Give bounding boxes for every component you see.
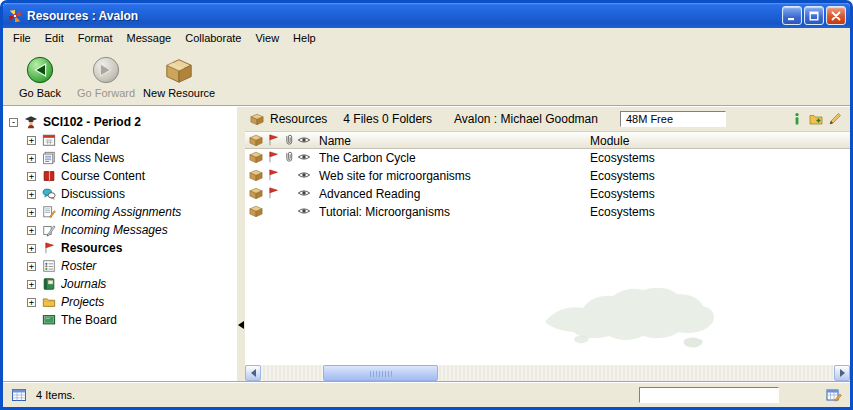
discussions-icon [42,187,56,201]
expand-toggle[interactable]: + [27,226,36,235]
flag-icon [42,241,56,255]
eye-icon [297,186,311,200]
minimize-button[interactable] [782,6,802,25]
file-name: The Carbon Cycle [319,150,585,166]
tree-item-roster[interactable]: +Roster [3,257,237,275]
tree-item-resources[interactable]: +Resources [3,239,237,257]
content-icon [42,169,56,183]
status-view-icon[interactable] [11,387,27,403]
expand-toggle[interactable]: + [27,154,36,163]
scroll-left-button[interactable] [245,365,261,381]
menu-item-collaborate[interactable]: Collaborate [178,29,248,47]
file-row-the-carbon-cycle[interactable]: The Carbon CycleEcosystems [245,149,850,167]
menu-item-format[interactable]: Format [71,29,120,47]
scrollbar-track[interactable] [261,365,834,381]
expand-toggle[interactable]: + [27,280,36,289]
edit-icon[interactable] [828,112,842,126]
calendar-icon [42,133,56,147]
tree-item-incoming-assignments[interactable]: +Incoming Assignments [3,203,237,221]
course-icon [24,115,38,129]
tree-root-sci102-period-2[interactable]: -SCI102 - Period 2 [3,113,237,131]
close-button[interactable] [826,6,846,25]
attachment-column-icon[interactable] [282,133,296,147]
folder-tree: -SCI102 - Period 2+Calendar+Class News+C… [3,107,237,329]
toolbar-button-label: Go Back [19,87,61,99]
tree-item-projects[interactable]: +Projects [3,293,237,311]
maximize-button[interactable] [804,6,824,25]
title-bar[interactable]: Resources : Avalon [3,3,850,28]
name-column-header[interactable]: Name [319,133,585,149]
tree-item-label: Incoming Messages [61,223,168,237]
scrollbar-thumb[interactable] [323,365,438,381]
eye-icon [297,204,311,218]
file-module: Ecosystems [590,168,810,184]
items-count-label: 4 Items. [36,389,75,401]
tree-item-journals[interactable]: +Journals [3,275,237,293]
tree-item-label: Roster [61,259,96,273]
tree-item-label: Projects [61,295,104,309]
file-name: Advanced Reading [319,186,585,202]
tree-item-label: Class News [61,151,124,165]
scroll-right-button[interactable] [834,365,850,381]
app-icon [8,9,22,23]
menu-item-file[interactable]: File [6,29,38,47]
flag-icon [266,168,280,182]
collapse-panel-icon[interactable] [238,321,244,329]
expand-toggle[interactable]: + [27,262,36,271]
main-area: -SCI102 - Period 2+Calendar+Class News+C… [3,106,850,381]
file-row-web-site-for-microorganisms[interactable]: Web site for microorganismsEcosystems [245,167,850,185]
status-edit-icon[interactable] [826,387,842,403]
tree-item-discussions[interactable]: +Discussions [3,185,237,203]
menu-item-help[interactable]: Help [286,29,323,47]
tree-item-the-board[interactable]: The Board [3,311,237,329]
tree-item-label: Incoming Assignments [61,205,181,219]
server-user-label: Avalon : Michael Goodman [454,112,598,126]
tree-item-incoming-messages[interactable]: +Incoming Messages [3,221,237,239]
expand-toggle[interactable]: + [27,244,36,253]
menu-item-view[interactable]: View [248,29,286,47]
flag-column-icon[interactable] [266,133,280,147]
go-back-icon [25,55,55,85]
file-row-advanced-reading[interactable]: Advanced ReadingEcosystems [245,185,850,203]
list-column-header: Name Module [245,132,850,149]
new-folder-icon[interactable] [809,112,823,126]
module-column-header[interactable]: Module [590,133,810,149]
tree-item-label: SCI102 - Period 2 [43,115,141,129]
tree-item-label: Calendar [61,133,110,147]
expand-toggle[interactable]: + [27,298,36,307]
tree-item-calendar[interactable]: +Calendar [3,131,237,149]
go-forward-icon [91,55,121,85]
expand-toggle[interactable]: + [27,190,36,199]
panel-splitter[interactable] [237,107,245,381]
menu-item-edit[interactable]: Edit [38,29,71,47]
tree-item-class-news[interactable]: +Class News [3,149,237,167]
file-row-tutorial-microorganisms[interactable]: Tutorial: MicroorganismsEcosystems [245,203,850,221]
file-name: Web site for microorganisms [319,168,585,184]
expand-toggle[interactable]: + [27,208,36,217]
file-module: Ecosystems [590,150,810,166]
tree-item-label: Journals [61,277,106,291]
file-name: Tutorial: Microorganisms [319,204,585,220]
toolbar: Go BackGo ForwardNew Resource [3,48,850,106]
status-bar: 4 Items. [3,381,850,407]
info-icon[interactable] [790,112,804,126]
go-forward-button[interactable]: Go Forward [73,51,139,101]
go-back-button[interactable]: Go Back [7,51,73,101]
eye-column-icon[interactable] [297,133,311,147]
journals-icon [42,277,56,291]
new-resource-button[interactable]: New Resource [139,51,219,101]
menu-item-message[interactable]: Message [120,29,179,47]
file-module: Ecosystems [590,204,810,220]
projects-icon [42,295,56,309]
expand-toggle[interactable]: - [9,118,18,127]
tree-item-label: Discussions [61,187,125,201]
expand-toggle[interactable]: + [27,172,36,181]
messages-icon [42,223,56,237]
resource-column-icon[interactable] [249,133,263,147]
expand-toggle[interactable]: + [27,136,36,145]
board-icon [42,313,56,327]
resource-item-icon [249,186,263,200]
scroll-left-icon [251,369,256,377]
free-space-field: 48M Free [620,111,726,127]
tree-item-course-content[interactable]: +Course Content [3,167,237,185]
